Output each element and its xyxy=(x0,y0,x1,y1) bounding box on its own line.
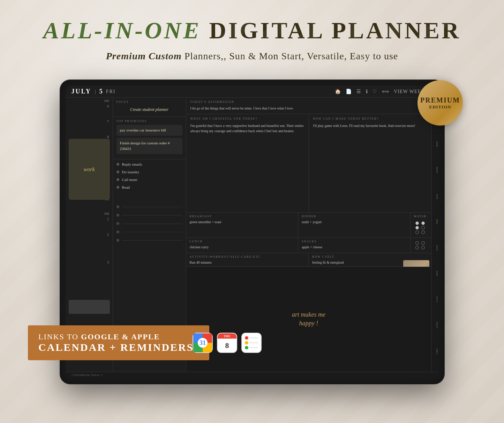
water-circle-10[interactable] xyxy=(421,246,425,249)
month-tab-oct[interactable]: OCT xyxy=(432,296,438,302)
snacks-cell: SNACKS apple + cheese xyxy=(298,238,411,253)
time-slot-1: 1 xyxy=(66,216,113,232)
water-circle-4[interactable] xyxy=(421,226,425,229)
focus-label: FOCUS xyxy=(116,100,182,104)
month-tab-aug[interactable]: AUG xyxy=(432,245,438,251)
edition-text: EDITION xyxy=(429,104,451,110)
pm-dot-row-1 xyxy=(116,205,182,208)
pm-dot-5 xyxy=(116,239,119,242)
month-tab-dec[interactable]: DEC xyxy=(432,349,438,355)
water-circles-2 xyxy=(414,240,428,251)
todo-item-4: Read xyxy=(116,185,182,189)
dinner-cell: DINNER sushi + yogurt xyxy=(298,213,411,237)
dinner-text: sushi + yogurt xyxy=(302,220,407,224)
activity-cell: ACTIVITY/WORKOUT/SELF-CARE/ETC. Run 40 m… xyxy=(186,253,309,266)
time-slot-3: 3 xyxy=(66,259,113,275)
water-label: WATER xyxy=(414,215,428,218)
top-bar: JULY | 5 FRI 🏠 📄 ☰ ℹ ♡ ⟺ VIEW WEEK >> xyxy=(66,86,438,98)
todo-dot-2 xyxy=(116,171,119,173)
footer-bar: © ForLittleLion. Visit us >> xyxy=(66,372,438,378)
pm-dot-4 xyxy=(116,231,119,233)
activity-row: ACTIVITY/WORKOUT/SELF-CARE/ETC. Run 40 m… xyxy=(186,253,431,267)
activity-text: Run 40 minutes xyxy=(190,260,305,264)
better-label: HOW CAN I MAKE TODAY BETTER? xyxy=(313,117,427,121)
grateful-text: I'm grateful that I have a very supporti… xyxy=(190,123,304,134)
meals-grid: BREAKFAST green smoothie + toast DINNER … xyxy=(186,213,431,238)
pm-dot-2 xyxy=(116,214,119,217)
pm-dot-row-3 xyxy=(116,222,182,225)
activity-label: ACTIVITY/WORKOUT/SELF-CARE/ETC. xyxy=(190,255,305,258)
affirmation-text: I let go of the things that will never b… xyxy=(190,106,427,111)
water-circle-6[interactable] xyxy=(421,231,425,234)
lunch-label: LUNCH xyxy=(190,240,295,243)
footer-text: © ForLittleLion. Visit us >> xyxy=(72,373,103,377)
affirmation-section: TODAY'S AFFIRMATION I let go of the thin… xyxy=(186,98,431,114)
work-block[interactable]: work xyxy=(69,139,110,200)
month-label: JULY xyxy=(72,88,91,95)
month-tab-jul[interactable]: JUL xyxy=(432,219,438,225)
focus-section: FOCUS Create student planner xyxy=(113,98,186,117)
water-cell: WATER xyxy=(411,213,431,237)
water-circle-8[interactable] xyxy=(421,241,425,245)
snacks-row: LUNCH chicken curry SNACKS apple + chees… xyxy=(186,238,431,253)
pm-dot-1 xyxy=(116,205,119,208)
water-circle-9[interactable] xyxy=(415,246,419,249)
apple-cal-day: 8 xyxy=(225,341,229,350)
todo-dot-1 xyxy=(116,163,119,166)
todo-item-2: Do laundry xyxy=(116,170,182,174)
banner-icons: 31 THU 8 xyxy=(193,333,262,353)
subtitle-rest: Planners,, Sun & Mon Start, Versatile, E… xyxy=(182,51,398,61)
home-icon[interactable]: 🏠 xyxy=(335,89,341,95)
title-plain: DIGITAL PLANNER xyxy=(209,17,461,44)
pm-line-1 xyxy=(122,207,182,207)
pm-dot-row-5 xyxy=(116,239,182,242)
todo-list: Reply emails Do laundry Call mum xyxy=(113,159,186,196)
water-circle-5[interactable] xyxy=(415,231,419,234)
month-tab-jun[interactable]: JUN xyxy=(432,194,438,199)
water-circle-3[interactable] xyxy=(415,226,419,229)
todo-item-1: Reply emails xyxy=(116,162,182,166)
lunch-cell: LUNCH chicken curry xyxy=(186,238,299,253)
water-circle-1[interactable] xyxy=(415,221,419,225)
pm-line-4 xyxy=(122,232,182,232)
water-circles xyxy=(414,220,428,235)
time-slot-2: 2 xyxy=(66,232,113,247)
focus-text: Create student planner xyxy=(116,106,182,114)
work-label: work xyxy=(84,166,95,173)
month-tab-nov[interactable]: NOV xyxy=(432,322,438,328)
water-circle-2[interactable] xyxy=(421,221,425,225)
banner-prefix: LINKS TO xyxy=(38,332,81,341)
todo-dot-3 xyxy=(116,178,119,181)
month-tab-sep[interactable]: SEP xyxy=(432,271,438,276)
better-text: I'll play game with Leon. I'll read my f… xyxy=(313,123,427,128)
date-section: JULY | 5 FRI xyxy=(72,88,116,95)
arrows-icon[interactable]: ⟺ xyxy=(382,89,389,95)
month-tab-apr[interactable]: APR xyxy=(432,141,438,147)
doc-icon[interactable]: 📄 xyxy=(346,89,352,95)
list-icon[interactable]: ☰ xyxy=(356,89,361,95)
info-icon[interactable]: ℹ xyxy=(366,89,368,95)
banner-row1: LINKS TO GOOGLE & APPLE xyxy=(38,332,199,341)
affirmation-label: TODAY'S AFFIRMATION xyxy=(190,100,427,104)
google-calendar-icon[interactable]: 31 xyxy=(193,333,213,353)
gray-block-bottom xyxy=(69,300,110,314)
reminders-icon[interactable] xyxy=(241,333,262,353)
subtitle: Premium Custom Planners,, Sun & Mon Star… xyxy=(0,51,504,62)
am-label: AM xyxy=(66,99,113,103)
grateful-label: WHAT AM I GRATEFUL FOR TODAY? xyxy=(190,117,304,121)
main-title: ALL-IN-ONE DIGITAL PLANNER xyxy=(0,17,504,44)
subtitle-bold: Premium Custom xyxy=(106,51,182,61)
time-slot-6: 6 xyxy=(66,103,113,119)
pm-dot-3 xyxy=(116,222,119,225)
heart-icon[interactable]: ♡ xyxy=(373,89,377,95)
pm-label: PM xyxy=(66,212,113,216)
priorities-label: TOP PRIORITIES xyxy=(116,120,182,123)
banner-row2: CALENDAR + REMINDERS xyxy=(38,341,199,353)
priorities-section: TOP PRIORITIES pay overdue car insurance… xyxy=(113,117,186,159)
apple-calendar-icon[interactable]: THU 8 xyxy=(217,333,237,353)
water-circle-7[interactable] xyxy=(415,241,419,245)
time-slot-7: 7 xyxy=(66,119,113,134)
month-tab-may[interactable]: MAY xyxy=(432,167,438,174)
title-italic: ALL-IN-ONE xyxy=(43,17,201,44)
water-bottom-cell xyxy=(411,238,431,253)
